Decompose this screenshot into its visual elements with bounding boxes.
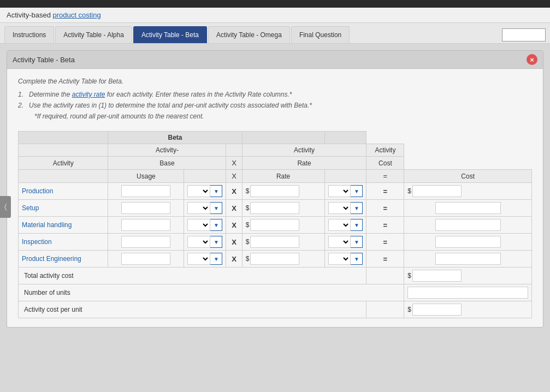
usage-dropdown-0[interactable] xyxy=(187,185,210,197)
row-label-0: Production xyxy=(19,183,108,200)
table-row: Material handling▼X$▼= xyxy=(19,217,532,234)
rate-dropdown-arrow-4[interactable]: ▼ xyxy=(351,253,363,265)
rate-input-3[interactable] xyxy=(250,236,299,248)
header-usage-drop xyxy=(184,170,226,183)
step1-text: Determine the xyxy=(29,91,72,98)
activity-rate-link[interactable]: activity rate xyxy=(72,91,105,98)
rate-input-0[interactable] xyxy=(250,185,299,197)
tab-alpha[interactable]: Activity Table - Alpha xyxy=(55,26,132,43)
cost-input-3[interactable] xyxy=(435,236,501,248)
cost-input-1[interactable] xyxy=(435,202,501,214)
rate-input-2[interactable] xyxy=(250,219,299,231)
close-button[interactable]: × xyxy=(527,54,537,65)
tab-final[interactable]: Final Question xyxy=(291,26,350,43)
rate-dropdown-cell-3: ▼ xyxy=(324,234,366,251)
usage-dropdown-2[interactable] xyxy=(187,219,210,231)
header-eq: = xyxy=(366,170,404,183)
usage-input-cell-2 xyxy=(108,217,184,234)
cost-input-4[interactable] xyxy=(435,253,501,265)
x-cell-2: X xyxy=(226,217,242,234)
units-input[interactable] xyxy=(407,287,528,299)
step2-text: Use the activity rates in (1) to determi… xyxy=(29,102,312,109)
rate-dropdown-arrow-2[interactable]: ▼ xyxy=(351,219,363,231)
tab-instructions[interactable]: Instructions xyxy=(4,26,54,43)
instructions-intro: Complete the Activity Table for Beta. xyxy=(18,78,532,85)
rate-dropdown-cell-1: ▼ xyxy=(324,200,366,217)
usage-dropdown-cell-1: ▼ xyxy=(184,200,226,217)
usage-dropdown-arrow-4[interactable]: ▼ xyxy=(210,253,222,265)
header-base: Base xyxy=(108,157,226,170)
rate-dropdown-4[interactable] xyxy=(328,253,351,265)
cost-dollar-sign-0: $ xyxy=(407,187,411,195)
table-row: Production▼X$▼=$ xyxy=(19,183,532,200)
product-costing-link[interactable]: product costing xyxy=(53,11,101,19)
header-rate2: Rate xyxy=(242,170,324,183)
rate-dropdown-0[interactable] xyxy=(328,185,351,197)
rate-dropdown-arrow-1[interactable]: ▼ xyxy=(351,202,363,214)
rate-input-4[interactable] xyxy=(250,253,299,265)
cost-input-0[interactable] xyxy=(412,185,462,197)
x-cell-0: X xyxy=(226,183,242,200)
sidebar-arrow[interactable]: 〈 xyxy=(0,196,11,218)
header-activity-sub xyxy=(19,144,108,157)
header-eq-top xyxy=(242,132,324,144)
usage-input-cell-0 xyxy=(108,183,184,200)
per-unit-input-wrap: $ xyxy=(407,304,528,316)
rate-dropdown-3[interactable] xyxy=(328,236,351,248)
usage-dropdown-wrap-0: ▼ xyxy=(187,185,222,197)
usage-dropdown-arrow-3[interactable]: ▼ xyxy=(210,236,222,248)
header-cost: Cost xyxy=(366,157,404,170)
usage-dropdown-cell-3: ▼ xyxy=(184,234,226,251)
usage-dropdown-arrow-0[interactable]: ▼ xyxy=(210,185,222,197)
header-activity-label: Activity xyxy=(19,157,108,170)
usage-dropdown-3[interactable] xyxy=(187,236,210,248)
rate-input-1[interactable] xyxy=(250,202,299,214)
per-unit-input[interactable] xyxy=(412,304,462,316)
title-text: Activity-based xyxy=(7,11,51,19)
rate-dollar-sign-1: $ xyxy=(246,204,250,212)
rate-dollar-wrap-0: $ xyxy=(246,185,321,197)
total-cost-input-wrap: $ xyxy=(407,270,528,282)
rate-dropdown-2[interactable] xyxy=(328,219,351,231)
panel-header: Activity Table - Beta × xyxy=(7,51,543,69)
rate-dropdown-wrap-4: ▼ xyxy=(328,253,363,265)
search-input[interactable] xyxy=(502,28,546,41)
total-dollar-sign: $ xyxy=(407,272,411,280)
usage-dropdown-wrap-3: ▼ xyxy=(187,236,222,248)
tab-beta[interactable]: Activity Table - Beta xyxy=(133,26,207,43)
per-unit-eq xyxy=(366,301,404,318)
x-cell-1: X xyxy=(226,200,242,217)
header-activity-base: Activity- xyxy=(108,144,226,157)
cost-cell-1 xyxy=(404,200,532,217)
usage-input-1[interactable] xyxy=(121,202,170,214)
tabs-bar: Instructions Activity Table - Alpha Acti… xyxy=(0,23,550,44)
tab-omega[interactable]: Activity Table - Omega xyxy=(208,26,290,43)
usage-input-cell-3 xyxy=(108,234,184,251)
total-cost-input[interactable] xyxy=(412,270,462,282)
rate-input-cell-1: $ xyxy=(242,200,324,217)
usage-dropdown-arrow-2[interactable]: ▼ xyxy=(210,219,222,231)
cost-input-2[interactable] xyxy=(435,219,501,231)
eq-cell-0: = xyxy=(366,183,404,200)
header-x: X xyxy=(226,157,242,170)
x-cell-3: X xyxy=(226,234,242,251)
usage-input-4[interactable] xyxy=(121,253,170,265)
usage-input-3[interactable] xyxy=(121,236,170,248)
usage-dropdown-4[interactable] xyxy=(187,253,210,265)
header-usage: Usage xyxy=(108,170,184,183)
rate-dropdown-wrap-0: ▼ xyxy=(328,185,363,197)
usage-dropdown-wrap-2: ▼ xyxy=(187,219,222,231)
activity-panel: Activity Table - Beta × Complete the Act… xyxy=(7,50,543,328)
usage-dropdown-1[interactable] xyxy=(187,202,210,214)
row-label-2: Material handling xyxy=(19,217,108,234)
row-label-1: Setup xyxy=(19,200,108,217)
per-unit-dollar-sign: $ xyxy=(407,306,411,313)
rate-dropdown-arrow-0[interactable]: ▼ xyxy=(351,185,363,197)
eq-cell-3: = xyxy=(366,234,404,251)
usage-input-2[interactable] xyxy=(121,219,170,231)
rate-dropdown-arrow-3[interactable]: ▼ xyxy=(351,236,363,248)
usage-input-0[interactable] xyxy=(121,185,170,197)
rate-dropdown-1[interactable] xyxy=(328,202,351,214)
header-rate-drop xyxy=(324,170,366,183)
usage-dropdown-arrow-1[interactable]: ▼ xyxy=(210,202,222,214)
